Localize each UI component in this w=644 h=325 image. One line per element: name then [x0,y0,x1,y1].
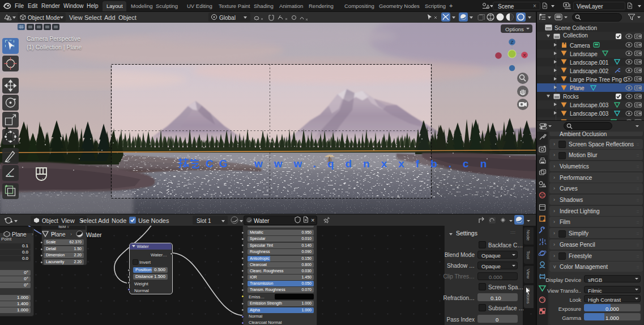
svg-text:Z: Z [511,40,514,45]
svg-text:X: X [523,53,526,58]
